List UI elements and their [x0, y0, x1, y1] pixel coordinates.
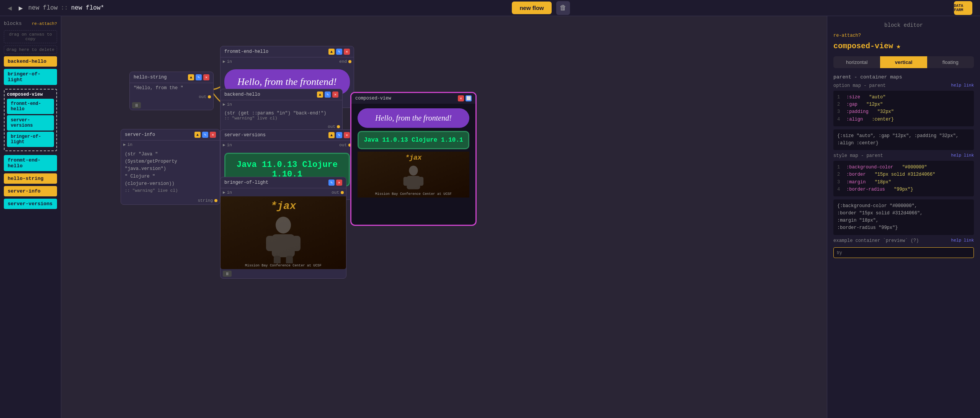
jax-image-bg: *jax Mission Bay Conference Center at UC… — [220, 196, 346, 269]
composed-view-big-title: composed-view — [355, 96, 391, 101]
tab-vertical[interactable]: vertical — [880, 56, 927, 68]
out-port-hs: out — [199, 95, 211, 99]
svg-rect-9 — [418, 177, 423, 186]
be-style-map-label: style map - parent — [833, 153, 883, 158]
sidebar-item-bringer-of-light-2[interactable]: bringer-of-light — [7, 132, 54, 147]
hello-string-body: "Hello, from the " — [130, 83, 213, 93]
canvas: fronmt-end-hello ▲ ✎ ✕ ▶ in end Hello, f… — [61, 16, 827, 418]
pause-button-hs[interactable]: ⏸ — [132, 102, 141, 108]
svg-rect-7 — [407, 176, 420, 189]
cv-frontend-display: Hello, from the frontend! — [358, 108, 469, 128]
close-icon[interactable]: ✕ — [344, 49, 350, 55]
edit-icon-bl[interactable]: ✎ — [328, 180, 335, 186]
expand-icon-cv[interactable]: ⬜ — [466, 95, 472, 101]
fronmt-end-hello-title: fronmt-end-hello — [224, 49, 268, 54]
server-versions-title: server-versions — [224, 132, 266, 138]
new-flow-button[interactable]: new flow — [512, 2, 551, 14]
tab-floating[interactable]: floating — [927, 56, 974, 68]
sidebar-reattach[interactable]: re-attach? — [32, 21, 57, 26]
server-info-node: server-info ▲ ✎ ✕ ▶ in (str "Java " (Sys… — [121, 129, 220, 205]
edit-icon-sv[interactable]: ✎ — [336, 132, 342, 138]
logo: DATA FARM — [954, 1, 972, 15]
pin-icon-si[interactable]: ▲ — [194, 132, 201, 138]
sidebar-item-server-info[interactable]: server-info — [4, 186, 57, 196]
close-icon-cv[interactable]: ✕ — [458, 95, 464, 101]
in-port-si: ▶ in — [123, 142, 132, 147]
breadcrumb-flow1[interactable]: new flow — [28, 5, 58, 11]
bringer-caption: Mission Bay Conference Center at UCSF — [245, 264, 322, 268]
si-line4: (clojure-version)) — [125, 180, 216, 188]
be-option-map-code[interactable]: 1:size "auto" 2:gap "12px" 3:padding "32… — [833, 91, 974, 126]
edit-icon-si[interactable]: ✎ — [202, 132, 208, 138]
close-icon-hs[interactable]: ✕ — [203, 74, 209, 80]
be-example-help[interactable]: help link — [951, 238, 974, 243]
svg-rect-4 — [274, 256, 281, 263]
block-editor-title: block editor — [833, 22, 974, 28]
be-option-map-help[interactable]: help link — [951, 83, 974, 88]
sidebar-item-bringer-of-light[interactable]: bringer-of-light — [4, 69, 57, 85]
be-style-map-full: {:background-color "#000000",:border "15… — [833, 199, 974, 235]
pin-icon-hs[interactable]: ▲ — [188, 74, 194, 80]
bringer-image: *jax Mission Bay Conference Center at UC… — [220, 196, 346, 269]
in-port-bl: ▶ in — [223, 190, 232, 195]
sidebar-composed-view: composed-view fronmt-end-hello server-ve… — [4, 89, 57, 151]
tab-horizontal[interactable]: horizontal — [833, 56, 880, 68]
back-arrow[interactable]: ◀ — [6, 2, 13, 14]
jax-logo: *jax — [270, 200, 296, 212]
server-info-icons: ▲ ✎ ✕ — [194, 132, 216, 138]
drag-to-copy-hint: drag on canvas to copy — [4, 30, 57, 43]
be-reattach[interactable]: re-attach? — [833, 33, 974, 38]
pin-icon[interactable]: ▲ — [328, 49, 335, 55]
edit-icon-hs[interactable]: ✎ — [196, 74, 202, 80]
cv-frontend-text: Hello, from the frontend! — [375, 114, 452, 122]
be-style-map-code[interactable]: 1:background-color "#000000" 2:border "1… — [833, 161, 974, 196]
be-star[interactable]: ★ — [896, 41, 901, 51]
be-tabs: horizontal vertical floating — [833, 56, 974, 68]
in-port-sv: ▶ in — [223, 142, 232, 147]
sidebar-item-hello-string[interactable]: hello-string — [4, 173, 57, 184]
top-nav: ◀ ▶ new flow :: new flow* new flow 🗑 DAT… — [0, 0, 980, 16]
si-line3: " Clojure " — [125, 173, 216, 180]
sidebar-item-fronmt-end-hello[interactable]: fronmt-end-hello — [7, 99, 54, 114]
be-example-input[interactable] — [833, 247, 974, 258]
be-option-map-full: {:size "auto", :gap "12px", :padding "32… — [833, 129, 974, 150]
pin-icon-sv[interactable]: ▲ — [328, 132, 335, 138]
cv-server-display: Java 11.0.13 Clojure 1.10.1 — [358, 131, 469, 149]
end-port: end — [339, 59, 351, 64]
be-example-label: example container `preview` (?) — [833, 238, 919, 243]
sidebar-item-fronmt-end-hello-2[interactable]: fronmt-end-hello — [4, 155, 57, 171]
svg-point-0 — [276, 217, 291, 233]
close-icon-si[interactable]: ✕ — [210, 132, 216, 138]
svg-point-6 — [409, 166, 418, 176]
trash-button[interactable]: 🗑 — [556, 1, 570, 15]
be-option-map-label: option map - parent — [833, 83, 886, 88]
in-port-bh: ▶ in — [223, 102, 232, 107]
pause-button-bl[interactable]: ⏸ — [223, 271, 232, 277]
hello-string-icons: ▲ ✎ ✕ — [188, 74, 209, 80]
edit-icon-bh[interactable]: ✎ — [325, 91, 331, 98]
be-style-map-help[interactable]: help link — [951, 153, 974, 158]
edit-icon[interactable]: ✎ — [336, 49, 342, 55]
forward-arrow[interactable]: ▶ — [17, 2, 24, 14]
pin-icon-bh[interactable]: ▲ — [317, 91, 323, 98]
breadcrumb-flow2[interactable]: new flow* — [71, 5, 104, 11]
close-icon-bh[interactable]: ✕ — [332, 91, 338, 98]
sidebar-item-server-versions-2[interactable]: server-versions — [4, 199, 57, 209]
server-info-title: server-info — [125, 132, 155, 137]
bringer-ports: ▶ in out — [220, 188, 346, 196]
close-icon-sv[interactable]: ✕ — [344, 132, 350, 138]
close-icon-bl[interactable]: ✕ — [336, 180, 342, 186]
sidebar-item-server-versions[interactable]: server-versions — [7, 115, 54, 131]
out-port-bl: out — [332, 190, 344, 195]
fronmt-end-hello-header: fronmt-end-hello ▲ ✎ ✕ — [220, 46, 354, 57]
main-area: blocks re-attach? drag on canvas to copy… — [0, 16, 980, 418]
server-versions-ports: ▶ in out — [220, 141, 354, 149]
svg-rect-8 — [403, 177, 408, 186]
composed-view-big-icons: ✕ ⬜ — [458, 95, 472, 101]
server-info-string-port: string — [121, 197, 220, 204]
sidebar-item-backend-hello[interactable]: backend-hello — [4, 56, 57, 67]
backend-hello-icons: ▲ ✎ ✕ — [317, 91, 338, 98]
si-line2: (System/getProperty "java.version") — [125, 158, 216, 173]
sidebar: blocks re-attach? drag on canvas to copy… — [0, 16, 61, 418]
fronmt-end-hello-ports: ▶ in end — [220, 57, 354, 65]
